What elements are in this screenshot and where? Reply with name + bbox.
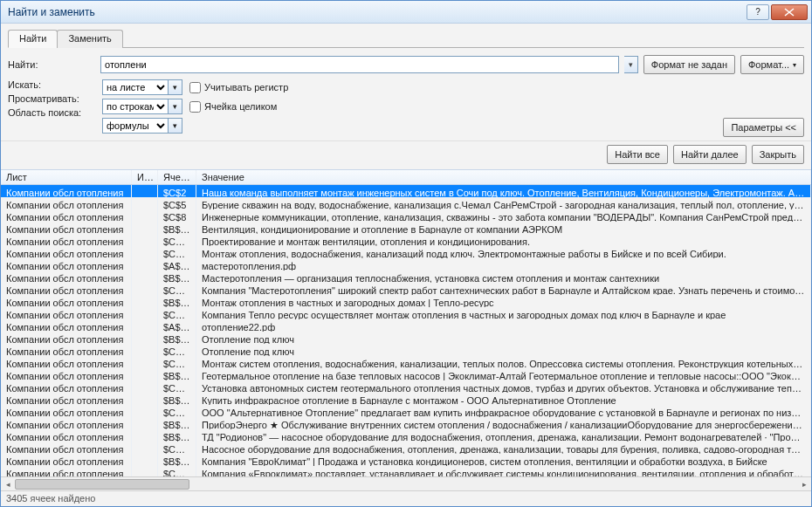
help-button[interactable]: ? (747, 4, 769, 20)
scroll-right-icon[interactable]: ▸ (797, 477, 811, 490)
find-label: Найти: (8, 59, 95, 70)
status-bar: 3405 ячеек найдено (1, 490, 811, 506)
table-row[interactable]: Компании обсл отопления$B$42Компания "Ев… (1, 454, 811, 466)
search-in-select[interactable]: на листе (102, 79, 169, 95)
look-in-label: Область поиска: (8, 107, 102, 118)
find-input[interactable] (100, 56, 619, 73)
table-row[interactable]: Компании обсл отопления$C$37Насосное обо… (1, 442, 811, 454)
parameters-button[interactable]: Параметры << (723, 118, 804, 137)
format-none-indicator: Формат не задан (643, 55, 735, 74)
table-row[interactable]: Компании обсл отопления$B$15Отопление по… (1, 332, 811, 344)
find-next-button[interactable]: Найти далее (673, 145, 747, 164)
table-row[interactable]: Компании обсл отопления$A$15отопление22.… (1, 319, 811, 332)
results-header: Лист Имя Ячейка Значение (1, 170, 811, 185)
table-row[interactable]: Компании обсл отопления$C$21Монтаж систе… (1, 356, 811, 368)
table-row[interactable]: Компании обсл отопления$C$2Наша команда … (1, 185, 811, 197)
table-row[interactable]: Компании обсл отопления$C$25Установка ав… (1, 380, 811, 393)
tabs: Найти Заменить (8, 29, 804, 48)
look-in-select[interactable]: формулы (102, 118, 169, 134)
close-button[interactable]: Закрыть (752, 145, 804, 164)
table-row[interactable]: Компании обсл отопления$C$5Бурение скваж… (1, 197, 811, 209)
table-row[interactable]: Компании обсл отопления$B$10Вентиляция, … (1, 222, 811, 234)
chevron-down-icon[interactable]: ▾ (169, 118, 182, 134)
col-name[interactable]: Имя (132, 170, 158, 184)
find-all-button[interactable]: Найти все (607, 145, 668, 164)
table-row[interactable]: Компании обсл отопления$A$13мастеротопле… (1, 258, 811, 271)
table-row[interactable]: Компании обсл отопления$B$30Купить инфра… (1, 393, 811, 405)
table-row[interactable]: Компании обсл отопления$C$13Компания "Ма… (1, 283, 811, 295)
tab-replace[interactable]: Заменить (57, 30, 122, 48)
scroll-thumb[interactable] (15, 479, 189, 490)
table-row[interactable]: Компании обсл отопления$B$13Мастеротопле… (1, 271, 811, 283)
direction-label: Просматривать: (8, 93, 102, 104)
whole-cell-checkbox[interactable]: Ячейка целиком (189, 99, 804, 114)
tab-find[interactable]: Найти (8, 30, 58, 48)
table-row[interactable]: Компании обсл отопления$C$10Проектирован… (1, 234, 811, 246)
chevron-down-icon[interactable]: ▾ (169, 79, 182, 95)
table-row[interactable]: Компании обсл отопления$C$15Отопление по… (1, 344, 811, 356)
titlebar: Найти и заменить ? (1, 1, 811, 24)
direction-select[interactable]: по строкам (102, 99, 169, 114)
table-row[interactable]: Компании обсл отопления$B$37ТД "Родионов… (1, 429, 811, 442)
table-row[interactable]: Компании обсл отопления$C$14Компания Теп… (1, 307, 811, 319)
table-row[interactable]: Компании обсл отопления$C$11Монтаж отопл… (1, 246, 811, 258)
match-case-checkbox[interactable]: Учитывать регистр (189, 79, 804, 95)
table-row[interactable]: Компании обсл отопления$B$25Геотермально… (1, 368, 811, 380)
col-cell[interactable]: Ячейка (158, 170, 196, 184)
scroll-left-icon[interactable]: ◂ (1, 477, 15, 490)
table-row[interactable]: Компании обсл отопления$B$33ПриборЭнерго… (1, 417, 811, 429)
format-button[interactable]: Формат...▾ (740, 55, 804, 74)
close-window-button[interactable] (771, 4, 808, 20)
col-sheet[interactable]: Лист (1, 170, 132, 184)
table-row[interactable]: Компании обсл отопления$C$42Компания «Ев… (1, 466, 811, 476)
chevron-down-icon[interactable]: ▾ (169, 99, 182, 114)
window-title: Найти и заменить (4, 6, 745, 18)
search-in-label: Искать: (8, 79, 102, 90)
find-history-dropdown[interactable]: ▾ (624, 56, 638, 73)
table-row[interactable]: Компании обсл отопления$C$30ООО "Альтерн… (1, 405, 811, 417)
horizontal-scrollbar[interactable]: ◂ ▸ (1, 476, 811, 490)
table-row[interactable]: Компании обсл отопления$C$8Инженерные ко… (1, 209, 811, 222)
col-value[interactable]: Значение (196, 170, 811, 184)
table-row[interactable]: Компании обсл отопления$B$14Монтаж отопл… (1, 295, 811, 307)
results-body[interactable]: Компании обсл отопления$C$2Наша команда … (1, 185, 811, 476)
